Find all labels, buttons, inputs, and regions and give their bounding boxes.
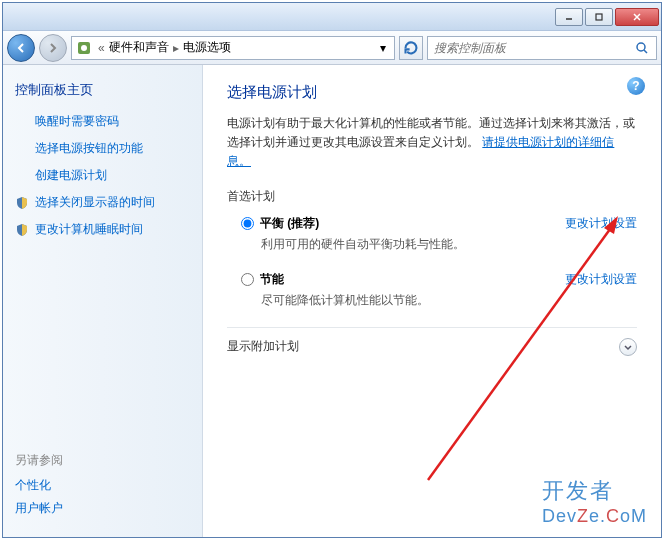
sidebar-item-label: 更改计算机睡眠时间	[35, 221, 143, 238]
plan-radio[interactable]	[241, 217, 254, 230]
sidebar: 控制面板主页 唤醒时需要密码 选择电源按钮的功能 创建电源计划 选择关闭显示器的…	[3, 65, 203, 537]
plan-name: 节能	[260, 271, 284, 288]
control-panel-window: « 硬件和声音 ▸ 电源选项 ▾ 控制面板主页 唤醒时需要密码 选择电源按钮的功…	[2, 2, 662, 538]
shield-icon	[15, 223, 29, 237]
breadcrumb-hardware[interactable]: 硬件和声音	[107, 39, 171, 56]
search-icon[interactable]	[634, 40, 650, 56]
chevron-right-icon: ▸	[171, 41, 181, 55]
sidebar-bottom: 另请参阅 个性化 用户帐户	[15, 452, 63, 523]
bullet-icon	[15, 169, 29, 183]
address-dropdown[interactable]: ▾	[376, 41, 390, 55]
svg-point-6	[637, 43, 645, 51]
power-plan-balanced: 平衡 (推荐) 更改计划设置 利用可用的硬件自动平衡功耗与性能。	[241, 215, 637, 253]
additional-plans-row: 显示附加计划	[227, 327, 637, 356]
shield-icon	[15, 115, 29, 129]
body: 控制面板主页 唤醒时需要密码 选择电源按钮的功能 创建电源计划 选择关闭显示器的…	[3, 65, 661, 537]
maximize-button[interactable]	[585, 8, 613, 26]
search-input[interactable]	[434, 41, 634, 55]
chevron-down-icon	[623, 342, 633, 352]
sidebar-item-label: 唤醒时需要密码	[35, 113, 119, 130]
control-panel-home-link[interactable]: 控制面板主页	[15, 81, 190, 99]
svg-point-5	[81, 45, 87, 51]
additional-plans-label: 显示附加计划	[227, 338, 299, 355]
breadcrumb-power[interactable]: 电源选项	[181, 39, 233, 56]
plan-radio-wrap[interactable]: 节能	[241, 271, 284, 288]
change-plan-link[interactable]: 更改计划设置	[565, 215, 637, 232]
svg-line-7	[644, 50, 647, 53]
sidebar-item-password[interactable]: 唤醒时需要密码	[15, 113, 190, 130]
power-plan-saver: 节能 更改计划设置 尽可能降低计算机性能以节能。	[241, 271, 637, 309]
control-panel-icon	[76, 40, 92, 56]
plan-radio[interactable]	[241, 273, 254, 286]
expand-button[interactable]	[619, 338, 637, 356]
sidebar-item-sleep[interactable]: 更改计算机睡眠时间	[15, 221, 190, 238]
search-box[interactable]	[427, 36, 657, 60]
change-plan-link[interactable]: 更改计划设置	[565, 271, 637, 288]
sidebar-item-label: 选择电源按钮的功能	[35, 140, 143, 157]
close-button[interactable]	[615, 8, 659, 26]
sidebar-item-label: 选择关闭显示器的时间	[35, 194, 155, 211]
plan-description: 利用可用的硬件自动平衡功耗与性能。	[261, 236, 637, 253]
user-accounts-link[interactable]: 用户帐户	[15, 500, 63, 517]
page-title: 选择电源计划	[227, 83, 637, 102]
chevron-right-icon: «	[96, 41, 107, 55]
address-bar[interactable]: « 硬件和声音 ▸ 电源选项 ▾	[71, 36, 395, 60]
bullet-icon	[15, 142, 29, 156]
sidebar-item-label: 创建电源计划	[35, 167, 107, 184]
refresh-button[interactable]	[399, 36, 423, 60]
see-also-label: 另请参阅	[15, 452, 63, 469]
preferred-plans-label: 首选计划	[227, 188, 637, 205]
navbar: « 硬件和声音 ▸ 电源选项 ▾	[3, 31, 661, 65]
plan-description: 尽可能降低计算机性能以节能。	[261, 292, 637, 309]
minimize-button[interactable]	[555, 8, 583, 26]
back-button[interactable]	[7, 34, 35, 62]
sidebar-item-display-off[interactable]: 选择关闭显示器的时间	[15, 194, 190, 211]
svg-rect-1	[596, 14, 602, 20]
forward-button[interactable]	[39, 34, 67, 62]
sidebar-item-create-plan[interactable]: 创建电源计划	[15, 167, 190, 184]
plan-name: 平衡 (推荐)	[260, 215, 319, 232]
titlebar	[3, 3, 661, 31]
shield-icon	[15, 196, 29, 210]
page-description: 电源计划有助于最大化计算机的性能或者节能。通过选择计划来将其激活，或选择计划并通…	[227, 114, 637, 172]
personalization-link[interactable]: 个性化	[15, 477, 63, 494]
main-content: ? 选择电源计划 电源计划有助于最大化计算机的性能或者节能。通过选择计划来将其激…	[203, 65, 661, 537]
plan-radio-wrap[interactable]: 平衡 (推荐)	[241, 215, 319, 232]
sidebar-item-power-button[interactable]: 选择电源按钮的功能	[15, 140, 190, 157]
help-icon[interactable]: ?	[627, 77, 645, 95]
